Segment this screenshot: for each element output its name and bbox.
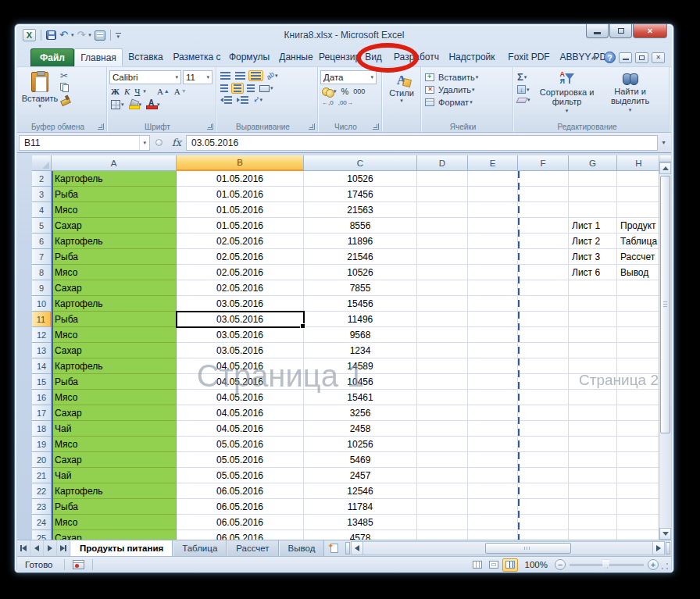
cell-F7[interactable]: [518, 249, 569, 265]
sheet-tab-Вывод[interactable]: Вывод: [279, 540, 325, 556]
copy-icon[interactable]: [60, 83, 70, 92]
cell-E23[interactable]: [468, 499, 518, 515]
cell-A25[interactable]: Сахар: [52, 530, 177, 540]
cell-D20[interactable]: [417, 452, 468, 468]
cell-G22[interactable]: [569, 483, 617, 499]
cell-G12[interactable]: [569, 327, 617, 343]
cell-E11[interactable]: [468, 312, 518, 327]
cell-B18[interactable]: 04.05.2016: [177, 421, 304, 437]
cell-A19[interactable]: Мясо: [52, 437, 177, 452]
cell-B3[interactable]: 01.05.2016: [177, 187, 304, 202]
tab-split-handle[interactable]: [345, 542, 350, 554]
row-header-21[interactable]: 21: [32, 468, 52, 483]
cell-C25[interactable]: 4578: [304, 530, 417, 540]
format-painter-icon[interactable]: [60, 94, 70, 104]
cell-H25[interactable]: [617, 530, 661, 540]
cell-B10[interactable]: 03.05.2016: [177, 296, 304, 312]
tab-Данные[interactable]: Данные: [273, 48, 319, 66]
cell-C6[interactable]: 11896: [304, 234, 417, 249]
cell-D24[interactable]: [417, 515, 468, 530]
cell-G24[interactable]: [569, 515, 617, 530]
paste-button[interactable]: Вставить▾: [20, 70, 60, 109]
bold-button[interactable]: Ж: [109, 86, 121, 97]
cell-B5[interactable]: 01.05.2016: [177, 218, 304, 234]
row-header-7[interactable]: 7: [32, 249, 52, 265]
fill-color-icon[interactable]: ▾: [127, 99, 144, 110]
cell-B13[interactable]: 03.05.2016: [177, 343, 304, 358]
cell-C2[interactable]: 10526: [304, 171, 417, 187]
cell-C19[interactable]: 10256: [304, 437, 417, 452]
column-header-G[interactable]: G: [569, 155, 617, 171]
zoom-slider[interactable]: [570, 564, 644, 566]
cell-E7[interactable]: [468, 249, 518, 265]
cell-C21[interactable]: 2457: [304, 468, 417, 483]
horizontal-scroll-thumb[interactable]: [485, 543, 571, 554]
row-header-17[interactable]: 17: [32, 405, 52, 421]
cell-C9[interactable]: 7855: [304, 280, 417, 296]
cell-A16[interactable]: Мясо: [52, 390, 177, 405]
cell-B24[interactable]: 06.05.2016: [177, 515, 304, 530]
cell-H5[interactable]: Продукт: [617, 218, 661, 234]
cell-G25[interactable]: [569, 530, 617, 540]
cell-C24[interactable]: 13485: [304, 515, 417, 530]
insert-function-icon[interactable]: fx: [167, 137, 186, 148]
workbook-close-button[interactable]: ✕: [652, 52, 665, 63]
cell-F24[interactable]: [518, 515, 569, 530]
column-header-F[interactable]: F: [518, 155, 569, 171]
tab-Файл[interactable]: Файл: [30, 48, 74, 66]
tab-Формулы[interactable]: Формулы: [225, 48, 273, 66]
cell-H21[interactable]: [617, 468, 661, 483]
cell-D14[interactable]: [417, 358, 468, 374]
cell-G8[interactable]: Лист 6: [569, 265, 617, 280]
cell-F22[interactable]: [518, 483, 569, 499]
cell-G16[interactable]: [569, 390, 617, 405]
cell-C7[interactable]: 21546: [304, 249, 417, 265]
cell-G19[interactable]: [569, 437, 617, 452]
merge-center-icon[interactable]: ▾: [258, 84, 275, 93]
tab-Вид[interactable]: Вид: [358, 48, 389, 66]
cell-H3[interactable]: [617, 187, 661, 202]
cell-E2[interactable]: [468, 171, 518, 187]
row-header-16[interactable]: 16: [32, 390, 52, 405]
zoom-level[interactable]: 100%: [522, 560, 551, 569]
normal-view-button[interactable]: [470, 558, 485, 572]
cell-H24[interactable]: [617, 515, 661, 530]
cell-E6[interactable]: [468, 234, 518, 249]
cell-D7[interactable]: [417, 249, 468, 265]
cell-G17[interactable]: [569, 405, 617, 421]
cell-G5[interactable]: Лист 1: [569, 218, 617, 234]
cell-A18[interactable]: Чай: [52, 421, 177, 437]
styles-button[interactable]: А Стили▾: [384, 70, 419, 104]
cell-D10[interactable]: [417, 296, 468, 312]
cell-A23[interactable]: Рыба: [52, 499, 177, 515]
cell-A20[interactable]: Сахар: [52, 452, 177, 468]
cell-C5[interactable]: 8556: [304, 218, 417, 234]
cell-D13[interactable]: [417, 343, 468, 358]
cut-icon[interactable]: ✂: [60, 72, 70, 80]
select-all-corner[interactable]: [32, 155, 52, 171]
cell-F12[interactable]: [518, 327, 569, 343]
cell-D8[interactable]: [417, 265, 468, 280]
cell-B23[interactable]: 06.05.2016: [177, 499, 304, 515]
cell-E5[interactable]: [468, 218, 518, 234]
cell-H13[interactable]: [617, 343, 661, 358]
cell-F3[interactable]: [518, 187, 569, 202]
cell-F19[interactable]: [518, 437, 569, 452]
cell-F9[interactable]: [518, 280, 569, 296]
format-cells-button[interactable]: Формат▾: [423, 97, 510, 108]
cell-B19[interactable]: 05.05.2016: [177, 437, 304, 452]
macro-record-icon[interactable]: [73, 560, 84, 569]
row-header-5[interactable]: 5: [32, 218, 52, 234]
cell-B20[interactable]: 05.05.2016: [177, 452, 304, 468]
cell-D3[interactable]: [417, 187, 468, 202]
cell-A15[interactable]: Рыба: [52, 374, 177, 390]
orientation-icon[interactable]: ab▾: [265, 71, 280, 80]
cell-D18[interactable]: [417, 421, 468, 437]
cell-E15[interactable]: [468, 374, 518, 390]
cell-A22[interactable]: Картофель: [52, 483, 177, 499]
tab-Надстройк[interactable]: Надстройк: [444, 48, 500, 66]
cell-F10[interactable]: [518, 296, 569, 312]
cell-F2[interactable]: [518, 171, 569, 187]
cell-G10[interactable]: [569, 296, 617, 312]
cell-D6[interactable]: [417, 234, 468, 249]
